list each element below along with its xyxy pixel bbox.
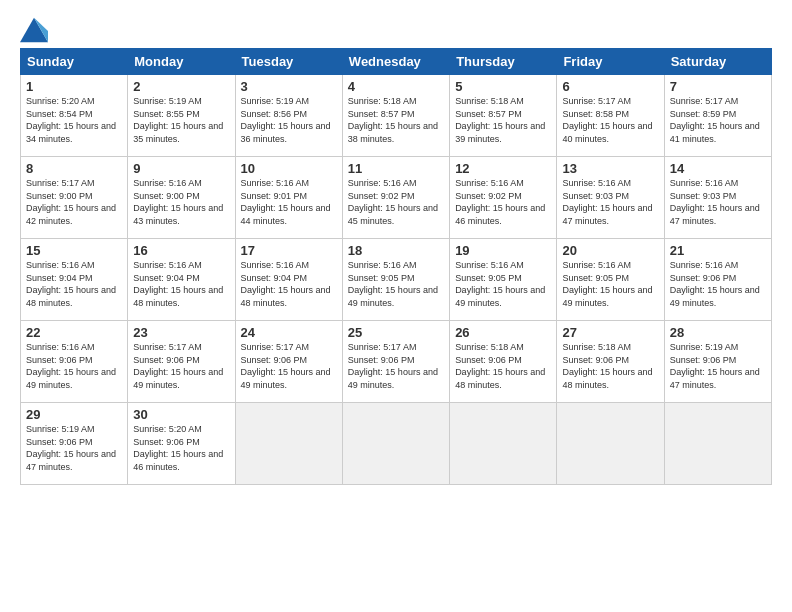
- cell-details: Sunrise: 5:16 AMSunset: 9:06 PMDaylight:…: [26, 342, 116, 390]
- cell-details: Sunrise: 5:17 AMSunset: 9:06 PMDaylight:…: [133, 342, 223, 390]
- day-number: 26: [455, 325, 551, 340]
- logo: [20, 16, 52, 44]
- header-day-monday: Monday: [128, 49, 235, 75]
- cell-details: Sunrise: 5:17 AMSunset: 8:59 PMDaylight:…: [670, 96, 760, 144]
- cell-details: Sunrise: 5:19 AMSunset: 8:56 PMDaylight:…: [241, 96, 331, 144]
- day-number: 28: [670, 325, 766, 340]
- cell-details: Sunrise: 5:17 AMSunset: 9:06 PMDaylight:…: [348, 342, 438, 390]
- cell-details: Sunrise: 5:16 AMSunset: 9:03 PMDaylight:…: [670, 178, 760, 226]
- cell-details: Sunrise: 5:16 AMSunset: 9:05 PMDaylight:…: [455, 260, 545, 308]
- day-number: 5: [455, 79, 551, 94]
- day-number: 8: [26, 161, 122, 176]
- day-cell-19: 19Sunrise: 5:16 AMSunset: 9:05 PMDayligh…: [450, 239, 557, 321]
- cell-details: Sunrise: 5:17 AMSunset: 8:58 PMDaylight:…: [562, 96, 652, 144]
- day-cell-23: 23Sunrise: 5:17 AMSunset: 9:06 PMDayligh…: [128, 321, 235, 403]
- day-number: 6: [562, 79, 658, 94]
- day-cell-15: 15Sunrise: 5:16 AMSunset: 9:04 PMDayligh…: [21, 239, 128, 321]
- day-cell-27: 27Sunrise: 5:18 AMSunset: 9:06 PMDayligh…: [557, 321, 664, 403]
- cell-details: Sunrise: 5:16 AMSunset: 9:01 PMDaylight:…: [241, 178, 331, 226]
- calendar-table: SundayMondayTuesdayWednesdayThursdayFrid…: [20, 48, 772, 485]
- day-number: 21: [670, 243, 766, 258]
- day-number: 22: [26, 325, 122, 340]
- day-number: 2: [133, 79, 229, 94]
- day-cell-9: 9Sunrise: 5:16 AMSunset: 9:00 PMDaylight…: [128, 157, 235, 239]
- day-cell-29: 29Sunrise: 5:19 AMSunset: 9:06 PMDayligh…: [21, 403, 128, 485]
- day-number: 20: [562, 243, 658, 258]
- day-cell-14: 14Sunrise: 5:16 AMSunset: 9:03 PMDayligh…: [664, 157, 771, 239]
- page: SundayMondayTuesdayWednesdayThursdayFrid…: [0, 0, 792, 612]
- header-day-saturday: Saturday: [664, 49, 771, 75]
- day-cell-2: 2Sunrise: 5:19 AMSunset: 8:55 PMDaylight…: [128, 75, 235, 157]
- cell-details: Sunrise: 5:20 AMSunset: 8:54 PMDaylight:…: [26, 96, 116, 144]
- day-cell-13: 13Sunrise: 5:16 AMSunset: 9:03 PMDayligh…: [557, 157, 664, 239]
- day-number: 14: [670, 161, 766, 176]
- cell-details: Sunrise: 5:16 AMSunset: 9:04 PMDaylight:…: [26, 260, 116, 308]
- week-row-3: 22Sunrise: 5:16 AMSunset: 9:06 PMDayligh…: [21, 321, 772, 403]
- day-cell-4: 4Sunrise: 5:18 AMSunset: 8:57 PMDaylight…: [342, 75, 449, 157]
- cell-details: Sunrise: 5:18 AMSunset: 8:57 PMDaylight:…: [455, 96, 545, 144]
- day-number: 1: [26, 79, 122, 94]
- day-cell-21: 21Sunrise: 5:16 AMSunset: 9:06 PMDayligh…: [664, 239, 771, 321]
- day-number: 9: [133, 161, 229, 176]
- header: [20, 16, 772, 44]
- cell-details: Sunrise: 5:16 AMSunset: 9:00 PMDaylight:…: [133, 178, 223, 226]
- cell-details: Sunrise: 5:17 AMSunset: 9:00 PMDaylight:…: [26, 178, 116, 226]
- week-row-0: 1Sunrise: 5:20 AMSunset: 8:54 PMDaylight…: [21, 75, 772, 157]
- day-number: 29: [26, 407, 122, 422]
- calendar-header-row: SundayMondayTuesdayWednesdayThursdayFrid…: [21, 49, 772, 75]
- cell-details: Sunrise: 5:18 AMSunset: 8:57 PMDaylight:…: [348, 96, 438, 144]
- cell-details: Sunrise: 5:16 AMSunset: 9:04 PMDaylight:…: [241, 260, 331, 308]
- day-number: 30: [133, 407, 229, 422]
- day-number: 4: [348, 79, 444, 94]
- empty-cell: [342, 403, 449, 485]
- day-number: 23: [133, 325, 229, 340]
- week-row-2: 15Sunrise: 5:16 AMSunset: 9:04 PMDayligh…: [21, 239, 772, 321]
- header-day-friday: Friday: [557, 49, 664, 75]
- cell-details: Sunrise: 5:16 AMSunset: 9:02 PMDaylight:…: [455, 178, 545, 226]
- day-cell-12: 12Sunrise: 5:16 AMSunset: 9:02 PMDayligh…: [450, 157, 557, 239]
- cell-details: Sunrise: 5:16 AMSunset: 9:05 PMDaylight:…: [562, 260, 652, 308]
- day-cell-5: 5Sunrise: 5:18 AMSunset: 8:57 PMDaylight…: [450, 75, 557, 157]
- empty-cell: [557, 403, 664, 485]
- day-number: 18: [348, 243, 444, 258]
- day-number: 27: [562, 325, 658, 340]
- header-day-thursday: Thursday: [450, 49, 557, 75]
- cell-details: Sunrise: 5:16 AMSunset: 9:03 PMDaylight:…: [562, 178, 652, 226]
- logo-icon: [20, 16, 48, 44]
- day-cell-30: 30Sunrise: 5:20 AMSunset: 9:06 PMDayligh…: [128, 403, 235, 485]
- day-cell-3: 3Sunrise: 5:19 AMSunset: 8:56 PMDaylight…: [235, 75, 342, 157]
- day-number: 10: [241, 161, 337, 176]
- day-cell-18: 18Sunrise: 5:16 AMSunset: 9:05 PMDayligh…: [342, 239, 449, 321]
- cell-details: Sunrise: 5:18 AMSunset: 9:06 PMDaylight:…: [455, 342, 545, 390]
- day-cell-17: 17Sunrise: 5:16 AMSunset: 9:04 PMDayligh…: [235, 239, 342, 321]
- day-number: 7: [670, 79, 766, 94]
- cell-details: Sunrise: 5:19 AMSunset: 8:55 PMDaylight:…: [133, 96, 223, 144]
- day-number: 17: [241, 243, 337, 258]
- day-number: 15: [26, 243, 122, 258]
- header-day-wednesday: Wednesday: [342, 49, 449, 75]
- empty-cell: [664, 403, 771, 485]
- day-cell-8: 8Sunrise: 5:17 AMSunset: 9:00 PMDaylight…: [21, 157, 128, 239]
- day-number: 24: [241, 325, 337, 340]
- day-number: 11: [348, 161, 444, 176]
- cell-details: Sunrise: 5:16 AMSunset: 9:04 PMDaylight:…: [133, 260, 223, 308]
- day-cell-6: 6Sunrise: 5:17 AMSunset: 8:58 PMDaylight…: [557, 75, 664, 157]
- day-cell-24: 24Sunrise: 5:17 AMSunset: 9:06 PMDayligh…: [235, 321, 342, 403]
- day-cell-16: 16Sunrise: 5:16 AMSunset: 9:04 PMDayligh…: [128, 239, 235, 321]
- empty-cell: [235, 403, 342, 485]
- cell-details: Sunrise: 5:18 AMSunset: 9:06 PMDaylight:…: [562, 342, 652, 390]
- cell-details: Sunrise: 5:19 AMSunset: 9:06 PMDaylight:…: [670, 342, 760, 390]
- day-cell-20: 20Sunrise: 5:16 AMSunset: 9:05 PMDayligh…: [557, 239, 664, 321]
- cell-details: Sunrise: 5:16 AMSunset: 9:05 PMDaylight:…: [348, 260, 438, 308]
- day-cell-1: 1Sunrise: 5:20 AMSunset: 8:54 PMDaylight…: [21, 75, 128, 157]
- day-cell-26: 26Sunrise: 5:18 AMSunset: 9:06 PMDayligh…: [450, 321, 557, 403]
- cell-details: Sunrise: 5:16 AMSunset: 9:06 PMDaylight:…: [670, 260, 760, 308]
- day-number: 3: [241, 79, 337, 94]
- day-cell-11: 11Sunrise: 5:16 AMSunset: 9:02 PMDayligh…: [342, 157, 449, 239]
- day-number: 19: [455, 243, 551, 258]
- cell-details: Sunrise: 5:19 AMSunset: 9:06 PMDaylight:…: [26, 424, 116, 472]
- header-day-sunday: Sunday: [21, 49, 128, 75]
- cell-details: Sunrise: 5:16 AMSunset: 9:02 PMDaylight:…: [348, 178, 438, 226]
- week-row-1: 8Sunrise: 5:17 AMSunset: 9:00 PMDaylight…: [21, 157, 772, 239]
- day-number: 25: [348, 325, 444, 340]
